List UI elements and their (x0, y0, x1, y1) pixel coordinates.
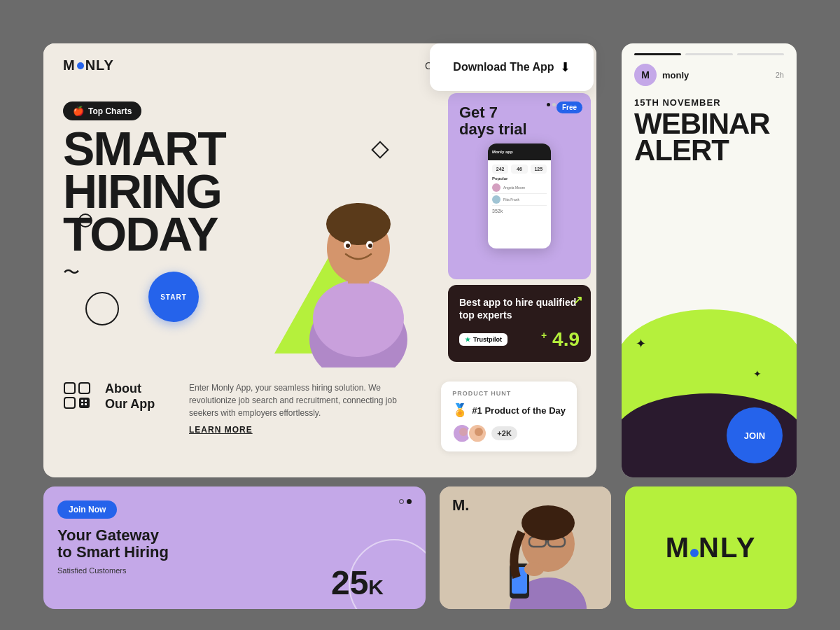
phone-name-2: Rita Frank (503, 197, 519, 202)
plus-count: +2K (491, 426, 517, 440)
webinar-user-row: M monly 2h (622, 61, 797, 97)
svg-point-19 (475, 428, 483, 436)
phone-stat-3: 125 (531, 164, 547, 174)
brand-card: MNLY (625, 486, 797, 609)
rating-number: + 4.9 (541, 328, 580, 351)
webinar-title: WEBINAR ALERT (622, 108, 797, 167)
gateway-dots (399, 499, 412, 504)
hero-section: 🍎 Top Charts SMART HIRING TODAY (43, 88, 596, 368)
best-app-card: Best app to hire qualified top experts ↗… (448, 285, 591, 362)
svg-rect-9 (64, 383, 75, 393)
webinar-card: M monly 2h 15TH NOVEMBER WEBINAR ALERT ✦… (622, 43, 797, 477)
hero-right-panel: Free Get 7 days trial Monly app 242 46 1… (442, 88, 596, 368)
phone-count: 352k (492, 209, 547, 214)
avatar-2 (468, 424, 487, 443)
gateway-number: 25K (331, 564, 384, 602)
phone-stat-1: 242 (492, 164, 508, 174)
svg-point-31 (522, 505, 575, 540)
gateway-dot-empty (399, 499, 404, 504)
webinar-username: monly (662, 70, 689, 80)
wavy-decoration: 〜 (63, 261, 80, 284)
svg-point-4 (326, 203, 391, 245)
svg-point-7 (346, 244, 350, 248)
start-button[interactable]: START (148, 272, 199, 322)
svg-point-20 (472, 438, 486, 443)
phone-content: 242 46 125 Popular Angela Moore Rita Fra… (488, 160, 551, 218)
download-button-card[interactable]: Download The App ⬇ (430, 43, 594, 91)
brand-dot-icon (690, 549, 699, 557)
svg-rect-12 (79, 398, 90, 408)
arrow-link-icon[interactable]: ↗ (573, 293, 582, 307)
trial-card: Free Get 7 days trial Monly app 242 46 1… (448, 93, 591, 279)
webinar-progress-bars (622, 43, 797, 61)
phone-popular-label: Popular (492, 176, 547, 181)
join-now-badge[interactable]: Join Now (57, 500, 117, 519)
phone-list-item-2: Rita Frank (492, 194, 547, 206)
phone-name-1: Angela Moore (503, 186, 525, 190)
logo-dot (77, 62, 84, 69)
svg-rect-10 (79, 383, 90, 393)
about-icon (63, 382, 91, 410)
svg-point-8 (368, 244, 372, 248)
best-app-title: Best app to hire qualified top experts (459, 296, 580, 321)
download-label: Download The App (453, 61, 554, 74)
webinar-time: 2h (776, 71, 784, 79)
hero-title-line1: SMART (63, 127, 423, 170)
svg-point-1 (313, 280, 404, 357)
trustpilot-row: ★ Trustpilot + 4.9 (459, 328, 580, 351)
hero-person-image (288, 172, 428, 368)
about-title: About Our App (105, 382, 175, 412)
photo-m-logo: M. (452, 496, 469, 514)
bottom-cards-row: Join Now Your Gateway to Smart Hiring Sa… (43, 486, 797, 609)
main-website-card: MNLY Card App Plans About 🍎 Top Charts S… (43, 43, 596, 477)
product-hunt-box: PRODUCT HUNT 🏅 #1 Product of the Day (441, 382, 577, 451)
phone-stats-row: 242 46 125 (492, 164, 547, 174)
circle-outline-decoration (85, 292, 119, 326)
svg-rect-13 (81, 400, 83, 402)
learn-more-link[interactable]: LEARN MORE (189, 425, 253, 435)
free-badge: Free (556, 102, 582, 113)
product-hunt-product: 🏅 #1 Product of the Day (452, 402, 566, 418)
circle-small-decoration (78, 214, 92, 227)
webinar-avatar: M (634, 64, 657, 86)
phone-avatar-1 (492, 183, 500, 192)
progress-bar-2 (685, 53, 732, 55)
brand-text: MNLY (666, 532, 757, 564)
phone-list-item-1: Angela Moore (492, 182, 547, 194)
download-icon: ⬇ (560, 59, 570, 75)
trustpilot-star-icon: ★ (465, 336, 470, 343)
photo-card: M. (440, 486, 611, 609)
webinar-date: 15TH NOVEMBER (622, 97, 797, 108)
phone-stat-2: 46 (511, 164, 527, 174)
trustpilot-badge: ★ Trustpilot (459, 333, 507, 346)
apple-icon: 🍎 (73, 106, 84, 116)
product-hunt-label: PRODUCT HUNT (452, 390, 566, 397)
gateway-card: Join Now Your Gateway to Smart Hiring Sa… (43, 486, 426, 609)
svg-rect-16 (85, 403, 87, 405)
svg-point-17 (459, 428, 468, 436)
phone-avatar-2 (492, 195, 500, 204)
progress-bar-1 (634, 53, 681, 55)
dot-active (547, 103, 550, 106)
svg-rect-15 (81, 403, 83, 405)
svg-point-32 (524, 562, 544, 576)
avatars-row: +2K (452, 424, 566, 443)
dots-indicator (547, 103, 556, 106)
about-text: Enter Monly App, your seamless hiring so… (189, 382, 427, 419)
gateway-dot-filled (407, 499, 412, 504)
top-charts-badge: 🍎 Top Charts (63, 102, 141, 120)
svg-rect-14 (85, 400, 87, 402)
about-content: Enter Monly App, your seamless hiring so… (189, 382, 427, 435)
phone-mockup: Monly app 242 46 125 Popular Angela Moor… (488, 144, 551, 248)
progress-bar-3 (737, 53, 784, 55)
dot-inactive (552, 103, 556, 106)
webinar-star-1: ✦ (636, 336, 646, 351)
about-section: About Our App Enter Monly App, your seam… (43, 368, 596, 465)
logo[interactable]: MNLY (63, 57, 114, 74)
medal-icon: 🏅 (452, 402, 468, 418)
webinar-graphic: ✦ ✦ JOIN (622, 167, 797, 477)
webinar-join-button[interactable]: JOIN (727, 407, 783, 463)
svg-rect-11 (64, 398, 75, 408)
phone-header: Monly app (488, 144, 551, 160)
webinar-star-2: ✦ (753, 368, 762, 379)
